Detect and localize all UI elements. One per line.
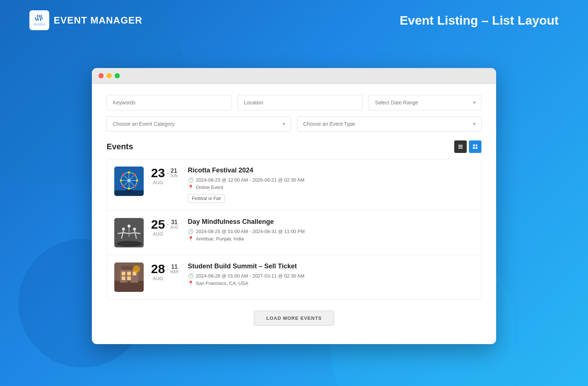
- event-type-select[interactable]: Choose an Event Type: [297, 116, 481, 132]
- svg-point-3: [37, 15, 38, 17]
- event-location: 📍 San Francisco, CA, USA: [188, 280, 474, 286]
- event-location-text: San Francisco, CA, USA: [196, 280, 248, 286]
- svg-line-42: [135, 233, 140, 233]
- svg-text:WP: WP: [35, 17, 43, 22]
- clock-icon: 🕐: [188, 273, 194, 279]
- list-icon: [458, 144, 463, 150]
- event-date-block: 23 AUG - 21 JUN: [151, 167, 180, 185]
- svg-point-35: [116, 241, 142, 247]
- category-wrapper: Choose an Event Category ▼: [107, 116, 291, 132]
- svg-point-44: [128, 225, 130, 228]
- event-details: Ricotta Festival 2024 🕐 2024-08-23 @ 12:…: [188, 167, 474, 203]
- event-name: Day Mindfulness Challenge: [188, 218, 474, 226]
- load-more-wrapper: LOAD MORE EVENTS: [107, 300, 481, 329]
- event-location: 📍 Amritsar, Punjab, India: [188, 236, 474, 242]
- event-datetime-text: 2024-08-23 @ 12:00 AM - 2026-06-21 @ 02:…: [196, 177, 304, 183]
- grid-view-button[interactable]: [469, 140, 481, 153]
- location-icon: 📍: [188, 280, 194, 286]
- browser-dot-maximize[interactable]: [115, 73, 120, 78]
- event-start-day: 23: [151, 167, 165, 179]
- type-wrapper: Choose an Event Type ▼: [297, 116, 481, 132]
- filter-row-1: Select Date Range ▼: [107, 95, 481, 110]
- event-location: 📍 Online Event: [188, 185, 474, 190]
- svg-rect-53: [127, 276, 131, 280]
- event-start-month: AUG: [153, 276, 163, 281]
- event-location-text: Amritsar, Punjab, India: [196, 236, 244, 242]
- event-datetime: 🕐 2024-08-23 @ 12:00 AM - 2026-06-21 @ 0…: [188, 177, 474, 183]
- svg-rect-33: [114, 190, 144, 196]
- svg-point-26: [136, 179, 138, 182]
- event-date-start: 23 AUG: [151, 167, 165, 185]
- event-end-day: 21: [171, 168, 177, 174]
- svg-point-31: [122, 185, 124, 187]
- event-item[interactable]: 23 AUG - 21 JUN Ricotta Festival 2024 🕐 …: [107, 159, 481, 211]
- svg-line-38: [118, 233, 123, 233]
- logo-text: EVENT MANAGER: [54, 15, 142, 26]
- keywords-input[interactable]: [107, 95, 232, 110]
- svg-point-29: [134, 174, 136, 176]
- events-title: Events: [107, 142, 133, 151]
- filter-row-2: Choose an Event Category ▼ Choose an Eve…: [107, 116, 481, 132]
- event-image: [114, 218, 144, 247]
- date-range-select[interactable]: Select Date Range: [369, 95, 481, 110]
- svg-point-25: [128, 171, 130, 174]
- svg-point-27: [128, 187, 130, 190]
- grid-icon: [472, 144, 478, 150]
- event-end-day: 11: [171, 264, 178, 270]
- event-image: [114, 262, 144, 292]
- event-end-month: AUG: [171, 225, 179, 229]
- browser-window: Select Date Range ▼ Choose an Event Cate…: [92, 68, 496, 344]
- location-icon: 📍: [188, 236, 194, 242]
- list-view-button[interactable]: [454, 140, 467, 153]
- date-separator: -: [166, 265, 169, 273]
- view-toggles: [454, 140, 481, 153]
- svg-point-5: [40, 15, 42, 17]
- page-title: Event Listing – List Layout: [399, 13, 559, 28]
- main-content: Select Date Range ▼ Choose an Event Cate…: [0, 40, 588, 386]
- event-date-block: 25 AUG - 31 AUG: [151, 218, 180, 237]
- event-date-end: 31 AUG: [171, 219, 179, 229]
- svg-rect-49: [122, 272, 125, 275]
- event-datetime: 🕐 2024-08-28 @ 01:00 AM - 2027-03-11 @ 0…: [188, 273, 474, 279]
- svg-point-56: [133, 265, 140, 273]
- svg-point-28: [120, 179, 122, 182]
- event-category-select[interactable]: Choose an Event Category: [107, 116, 291, 132]
- event-datetime-text: 2024-08-25 @ 01:00 AM - 2024-08-31 @ 11:…: [196, 229, 305, 234]
- event-name: Ricotta Festival 2024: [188, 167, 474, 174]
- events-header: Events: [107, 140, 481, 153]
- svg-point-32: [122, 174, 124, 176]
- event-tag[interactable]: Festival or Fair: [188, 194, 225, 203]
- wp-logo-svg: WP: [32, 13, 47, 28]
- event-end-day: 31: [171, 219, 178, 225]
- location-input[interactable]: [238, 95, 363, 110]
- event-details: Student Build Summit – Sell Ticket 🕐 202…: [188, 262, 474, 288]
- event-name: Student Build Summit – Sell Ticket: [188, 262, 474, 270]
- browser-dot-close[interactable]: [98, 73, 104, 78]
- event-datetime: 🕐 2024-08-25 @ 01:00 AM - 2024-08-31 @ 1…: [188, 229, 474, 234]
- event-start-day: 28: [151, 262, 165, 275]
- date-separator: -: [166, 220, 169, 229]
- svg-rect-11: [458, 146, 463, 147]
- logo: WP EVENT MANAGER: [29, 10, 142, 30]
- event-date-end: 21 JUN: [171, 168, 178, 178]
- svg-line-43: [130, 233, 135, 233]
- load-more-button[interactable]: LOAD MORE EVENTS: [254, 311, 334, 326]
- svg-rect-16: [476, 147, 477, 149]
- svg-point-30: [134, 185, 136, 187]
- date-range-wrapper: Select Date Range ▼: [369, 95, 481, 110]
- svg-rect-13: [473, 144, 475, 146]
- clock-icon: 🕐: [188, 229, 194, 234]
- svg-rect-52: [122, 276, 125, 280]
- event-start-month: AUG: [153, 231, 163, 237]
- event-date-start: 25 AUG: [151, 218, 165, 237]
- event-item[interactable]: 25 AUG - 31 AUG Day Mindfulness Challeng…: [107, 211, 481, 255]
- event-item[interactable]: 28 AUG - 11 MAR Student Build Summit – S…: [107, 255, 481, 299]
- browser-dot-minimize[interactable]: [107, 73, 112, 78]
- content-area: Select Date Range ▼ Choose an Event Cate…: [92, 84, 496, 344]
- event-end-month: JUN: [171, 174, 178, 178]
- logo-icon: WP: [29, 10, 49, 30]
- clock-icon: 🕐: [188, 177, 194, 183]
- svg-point-4: [39, 15, 40, 17]
- svg-line-39: [123, 233, 128, 233]
- event-start-day: 25: [151, 218, 165, 230]
